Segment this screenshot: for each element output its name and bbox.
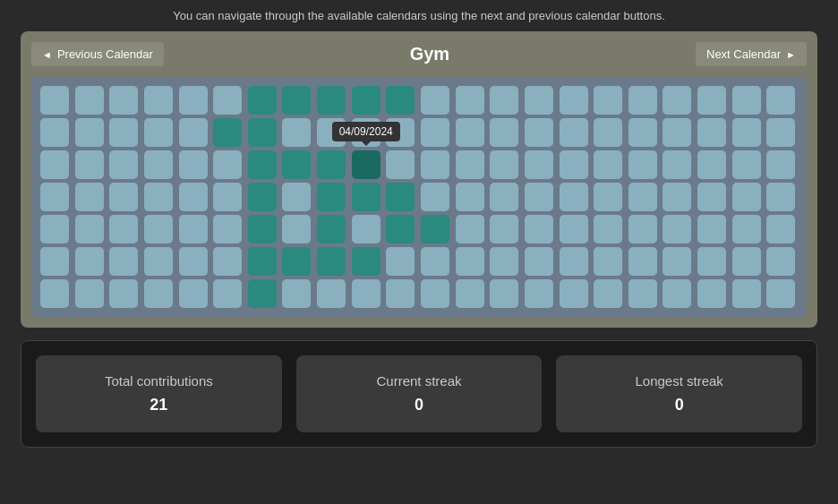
grid-cell[interactable] [732, 183, 761, 211]
grid-cell[interactable] [40, 118, 69, 147]
grid-cell[interactable] [109, 183, 138, 211]
grid-cell[interactable] [213, 118, 242, 147]
grid-cell[interactable] [282, 279, 311, 308]
grid-cell[interactable] [663, 215, 691, 243]
grid-cell[interactable] [282, 215, 311, 243]
grid-cell[interactable] [40, 150, 69, 179]
grid-cell[interactable] [213, 215, 242, 243]
grid-cell[interactable] [352, 118, 381, 147]
grid-cell[interactable] [766, 247, 795, 276]
grid-cell[interactable] [628, 279, 657, 308]
grid-cell[interactable] [490, 183, 518, 211]
grid-cell[interactable] [40, 247, 69, 276]
grid-cell[interactable] [317, 118, 346, 147]
grid-cell[interactable]: 04/09/2024 [352, 150, 381, 179]
grid-cell[interactable] [213, 150, 242, 179]
grid-cell[interactable] [697, 118, 726, 147]
grid-cell[interactable] [594, 247, 622, 276]
grid-cell[interactable] [628, 183, 657, 211]
grid-cell[interactable] [386, 279, 415, 308]
grid-cell[interactable] [179, 183, 208, 211]
grid-cell[interactable] [732, 118, 761, 147]
grid-cell[interactable] [766, 86, 795, 115]
grid-cell[interactable] [40, 279, 69, 308]
grid-cell[interactable] [697, 215, 726, 243]
grid-cell[interactable] [75, 150, 104, 179]
grid-cell[interactable] [525, 118, 553, 147]
grid-cell[interactable] [352, 215, 381, 243]
grid-cell[interactable] [109, 150, 138, 179]
grid-cell[interactable] [40, 86, 69, 115]
grid-cell[interactable] [697, 183, 726, 211]
grid-cell[interactable] [663, 86, 691, 115]
grid-cell[interactable] [213, 183, 242, 211]
grid-cell[interactable] [456, 215, 484, 243]
grid-cell[interactable] [144, 183, 173, 211]
grid-cell[interactable] [144, 215, 173, 243]
grid-cell[interactable] [386, 150, 415, 179]
grid-cell[interactable] [248, 183, 277, 211]
grid-cell[interactable] [352, 183, 381, 211]
grid-cell[interactable] [317, 247, 346, 276]
grid-cell[interactable] [248, 150, 277, 179]
grid-cell[interactable] [75, 279, 104, 308]
grid-cell[interactable] [248, 86, 277, 115]
grid-cell[interactable] [732, 279, 761, 308]
grid-cell[interactable] [40, 215, 69, 243]
grid-cell[interactable] [766, 118, 795, 147]
grid-cell[interactable] [386, 247, 415, 276]
grid-cell[interactable] [248, 247, 277, 276]
grid-cell[interactable] [421, 215, 449, 243]
grid-cell[interactable] [421, 183, 449, 211]
grid-cell[interactable] [109, 118, 138, 147]
grid-cell[interactable] [525, 183, 553, 211]
grid-cell[interactable] [697, 247, 726, 276]
grid-cell[interactable] [560, 118, 588, 147]
next-calendar-button[interactable]: Next Calendar [696, 42, 807, 66]
grid-cell[interactable] [75, 215, 104, 243]
grid-cell[interactable] [525, 247, 553, 276]
grid-cell[interactable] [352, 86, 381, 115]
grid-cell[interactable] [213, 86, 242, 115]
grid-cell[interactable] [248, 215, 277, 243]
grid-cell[interactable] [282, 247, 311, 276]
grid-cell[interactable] [732, 86, 761, 115]
grid-cell[interactable] [179, 215, 208, 243]
grid-cell[interactable] [560, 150, 588, 179]
grid-cell[interactable] [75, 86, 104, 115]
grid-cell[interactable] [560, 215, 588, 243]
grid-cell[interactable] [421, 247, 449, 276]
grid-cell[interactable] [456, 86, 484, 115]
grid-cell[interactable] [663, 150, 691, 179]
grid-cell[interactable] [594, 150, 622, 179]
grid-cell[interactable] [766, 150, 795, 179]
grid-cell[interactable] [421, 118, 449, 147]
grid-cell[interactable] [421, 150, 449, 179]
grid-cell[interactable] [144, 279, 173, 308]
grid-cell[interactable] [628, 247, 657, 276]
grid-cell[interactable] [594, 86, 622, 115]
grid-cell[interactable] [456, 118, 484, 147]
grid-cell[interactable] [490, 247, 518, 276]
grid-cell[interactable] [663, 183, 691, 211]
grid-cell[interactable] [352, 279, 381, 308]
grid-cell[interactable] [179, 247, 208, 276]
grid-cell[interactable] [628, 215, 657, 243]
grid-cell[interactable] [732, 247, 761, 276]
grid-cell[interactable] [456, 183, 484, 211]
grid-cell[interactable] [697, 150, 726, 179]
grid-cell[interactable] [594, 279, 622, 308]
grid-cell[interactable] [109, 247, 138, 276]
grid-cell[interactable] [386, 215, 415, 243]
grid-cell[interactable] [109, 279, 138, 308]
grid-cell[interactable] [525, 279, 553, 308]
grid-cell[interactable] [525, 215, 553, 243]
grid-cell[interactable] [525, 86, 553, 115]
grid-cell[interactable] [628, 118, 657, 147]
grid-cell[interactable] [490, 86, 518, 115]
grid-cell[interactable] [594, 215, 622, 243]
grid-cell[interactable] [490, 118, 518, 147]
grid-cell[interactable] [456, 247, 484, 276]
grid-cell[interactable] [386, 183, 415, 211]
grid-cell[interactable] [213, 279, 242, 308]
